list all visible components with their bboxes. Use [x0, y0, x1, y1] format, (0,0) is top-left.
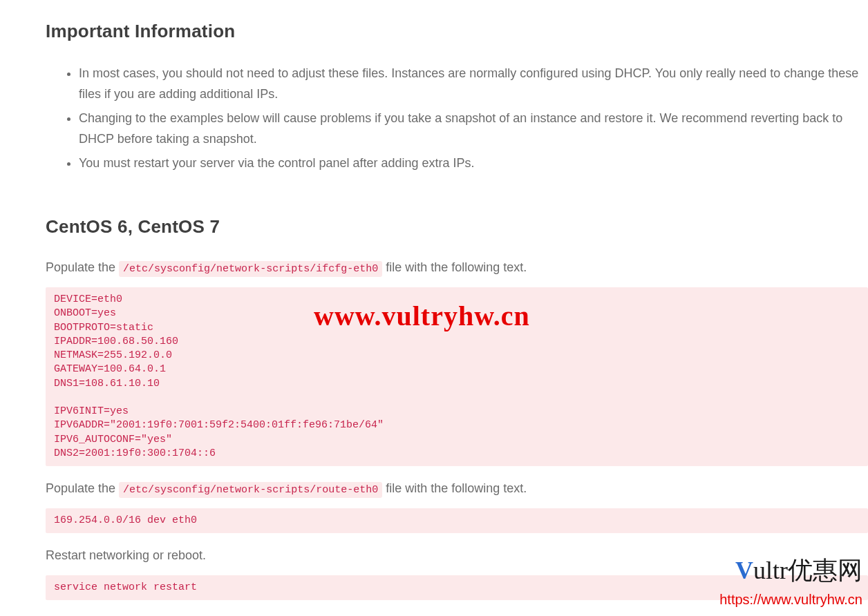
heading-centos: CentOS 6, CentOS 7	[46, 213, 868, 242]
inline-code-route: /etc/sysconfig/network-scripts/route-eth…	[119, 482, 382, 498]
text: Populate the	[46, 260, 119, 274]
text: file with the following text.	[386, 260, 527, 274]
code-block-restart: service network restart	[46, 575, 868, 600]
list-item: You must restart your server via the con…	[79, 153, 868, 174]
text: file with the following text.	[386, 481, 527, 495]
centos-p3: Restart networking or reboot.	[46, 546, 868, 566]
list-item: Changing to the examples below will caus…	[79, 108, 868, 150]
text: Populate the	[46, 481, 119, 495]
code-block-route: 169.254.0.0/16 dev eth0	[46, 508, 868, 533]
inline-code-ifcfg: /etc/sysconfig/network-scripts/ifcfg-eth…	[119, 261, 382, 277]
centos-p2: Populate the /etc/sysconfig/network-scri…	[46, 479, 868, 499]
heading-important: Important Information	[46, 17, 868, 46]
code-block-ifcfg: DEVICE=eth0 ONBOOT=yes BOOTPROTO=static …	[46, 287, 868, 466]
list-item: In most cases, you should not need to ad…	[79, 63, 868, 105]
important-list: In most cases, you should not need to ad…	[46, 63, 868, 174]
centos-p1: Populate the /etc/sysconfig/network-scri…	[46, 258, 868, 278]
